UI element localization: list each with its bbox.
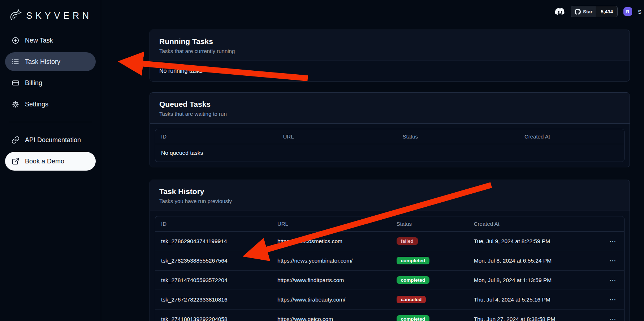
task-actions-cell: ⋯ xyxy=(594,309,624,321)
status-badge: completed xyxy=(397,315,430,321)
task-created-at-cell: Thu, Jun 27, 2024 at 8:38:58 PM xyxy=(468,309,594,321)
row-menu-button[interactable]: ⋯ xyxy=(607,276,618,284)
column-header-id: ID xyxy=(155,129,277,144)
task-url-cell: https://www.geico.com xyxy=(272,309,391,321)
row-menu-button[interactable]: ⋯ xyxy=(607,256,618,265)
sidebar-item-task-history[interactable]: Task History xyxy=(5,52,96,71)
status-badge: completed xyxy=(397,276,430,284)
github-star-button[interactable]: Star 5,434 xyxy=(571,6,618,17)
sidebar-item-label: Billing xyxy=(25,79,42,87)
task-actions-cell: ⋯ xyxy=(594,251,624,271)
task-id-cell: tsk_278147405593572204 xyxy=(155,271,272,290)
table-row[interactable]: tsk_278629043741199914 https://tartecosm… xyxy=(155,232,624,251)
history-table-body: tsk_278629043741199914 https://tartecosm… xyxy=(155,232,624,321)
empty-row: No queued tasks xyxy=(155,144,624,162)
sidebar-divider xyxy=(9,122,92,122)
avatar[interactable]: R xyxy=(623,7,632,16)
task-history-table: ID URL Status Created At tsk_27862904374… xyxy=(155,216,624,321)
queued-tasks-table: ID URL Status Created At No queued tasks xyxy=(155,129,624,162)
task-url-cell: https://news.ycombinator.com/ xyxy=(272,251,391,271)
running-tasks-header: Running Tasks Tasks that are currently r… xyxy=(150,30,630,61)
column-header-created-at: Created At xyxy=(468,216,594,232)
task-status-cell: completed xyxy=(391,309,468,321)
row-menu-button[interactable]: ⋯ xyxy=(607,295,618,304)
column-header-id: ID xyxy=(155,216,272,232)
task-url-cell: https://www.tirabeauty.com/ xyxy=(272,290,391,309)
table-row[interactable]: tsk_276727822333810816 https://www.tirab… xyxy=(155,290,624,309)
table-row[interactable]: tsk_278147405593572204 https://www.findi… xyxy=(155,271,624,290)
main-content: Running Tasks Tasks that are currently r… xyxy=(101,0,644,321)
task-status-cell: completed xyxy=(391,251,468,271)
task-created-at-cell: Thu, Jul 4, 2024 at 5:25:16 PM xyxy=(468,290,594,309)
sidebar-item-settings[interactable]: Settings xyxy=(5,95,96,114)
task-status-cell: failed xyxy=(391,232,468,251)
row-menu-button[interactable]: ⋯ xyxy=(607,315,618,321)
task-url-cell: https://www.finditparts.com xyxy=(272,271,391,290)
task-id-cell: tsk_276727822333810816 xyxy=(155,290,272,309)
book-a-demo-button[interactable]: Book a Demo xyxy=(5,152,96,171)
discord-icon[interactable] xyxy=(554,6,565,17)
task-created-at-cell: Tue, Jul 9, 2024 at 8:22:59 PM xyxy=(468,232,594,251)
table-row[interactable]: tsk_274180139292204058 https://www.geico… xyxy=(155,309,624,321)
column-header-status: Status xyxy=(391,216,468,232)
queued-tasks-card: Queued Tasks Tasks that are waiting to r… xyxy=(150,92,630,167)
sidebar-item-label: Task History xyxy=(25,58,60,66)
status-badge: canceled xyxy=(397,296,426,303)
column-header-status: Status xyxy=(397,129,518,144)
github-star-count: 5,434 xyxy=(596,6,617,17)
external-link-icon xyxy=(12,157,20,165)
sidebar-item-api-documentation[interactable]: API Documentation xyxy=(5,131,96,149)
topbar: Star 5,434 R S xyxy=(554,6,644,17)
credit-card-icon xyxy=(12,79,20,87)
sidebar: SKYVERN New Task Task History Billing xyxy=(0,0,101,321)
task-actions-cell: ⋯ xyxy=(594,290,624,309)
running-tasks-subtitle: Tasks that are currently running xyxy=(159,48,620,54)
username-partial: S xyxy=(638,9,643,15)
queued-tasks-title: Queued Tasks xyxy=(159,100,620,109)
github-star-label: Star xyxy=(583,9,592,14)
column-header-url: URL xyxy=(277,129,397,144)
task-history-subtitle: Tasks you have run previously xyxy=(159,198,620,204)
task-created-at-cell: Mon, Jul 8, 2024 at 6:55:24 PM xyxy=(468,251,594,271)
skyvern-dragon-icon xyxy=(9,7,23,24)
task-history-title: Task History xyxy=(159,187,620,196)
task-actions-cell: ⋯ xyxy=(594,271,624,290)
sidebar-item-label: New Task xyxy=(25,37,53,44)
plus-circle-icon xyxy=(12,36,20,44)
sidebar-item-label: Settings xyxy=(25,101,48,108)
queued-tasks-empty: No queued tasks xyxy=(155,144,624,162)
brand-name: SKYVERN xyxy=(26,10,92,21)
task-history-header: Task History Tasks you have run previous… xyxy=(150,180,630,211)
sidebar-item-label: API Documentation xyxy=(25,136,81,144)
skyvern-logo: SKYVERN xyxy=(5,4,96,27)
status-badge: failed xyxy=(397,237,418,245)
column-header-actions xyxy=(594,216,624,232)
queued-tasks-subtitle: Tasks that are waiting to run xyxy=(159,111,620,117)
row-menu-button[interactable]: ⋯ xyxy=(607,237,618,245)
sidebar-item-label: Book a Demo xyxy=(25,158,64,165)
column-header-created-at: Created At xyxy=(519,129,624,144)
task-url-cell: https://tartecosmetics.com xyxy=(272,232,391,251)
running-tasks-title: Running Tasks xyxy=(159,37,620,46)
task-history-card: Task History Tasks you have run previous… xyxy=(150,180,630,321)
task-id-cell: tsk_278235388555267564 xyxy=(155,251,272,271)
list-icon xyxy=(12,58,20,66)
column-header-url: URL xyxy=(272,216,391,232)
sidebar-nav: New Task Task History Billing Settings xyxy=(5,31,96,171)
link-icon xyxy=(12,136,20,144)
task-actions-cell: ⋯ xyxy=(594,232,624,251)
running-tasks-empty: No running tasks xyxy=(150,61,630,81)
gear-icon xyxy=(12,100,20,108)
queued-tasks-header: Queued Tasks Tasks that are waiting to r… xyxy=(150,93,630,124)
status-badge: completed xyxy=(397,257,430,264)
running-tasks-card: Running Tasks Tasks that are currently r… xyxy=(150,30,630,82)
task-id-cell: tsk_278629043741199914 xyxy=(155,232,272,251)
github-icon xyxy=(575,9,581,15)
task-status-cell: completed xyxy=(391,271,468,290)
task-id-cell: tsk_274180139292204058 xyxy=(155,309,272,321)
task-status-cell: canceled xyxy=(391,290,468,309)
table-row[interactable]: tsk_278235388555267564 https://news.ycom… xyxy=(155,251,624,271)
task-created-at-cell: Mon, Jul 8, 2024 at 1:13:59 PM xyxy=(468,271,594,290)
sidebar-item-new-task[interactable]: New Task xyxy=(5,31,96,50)
sidebar-item-billing[interactable]: Billing xyxy=(5,74,96,92)
